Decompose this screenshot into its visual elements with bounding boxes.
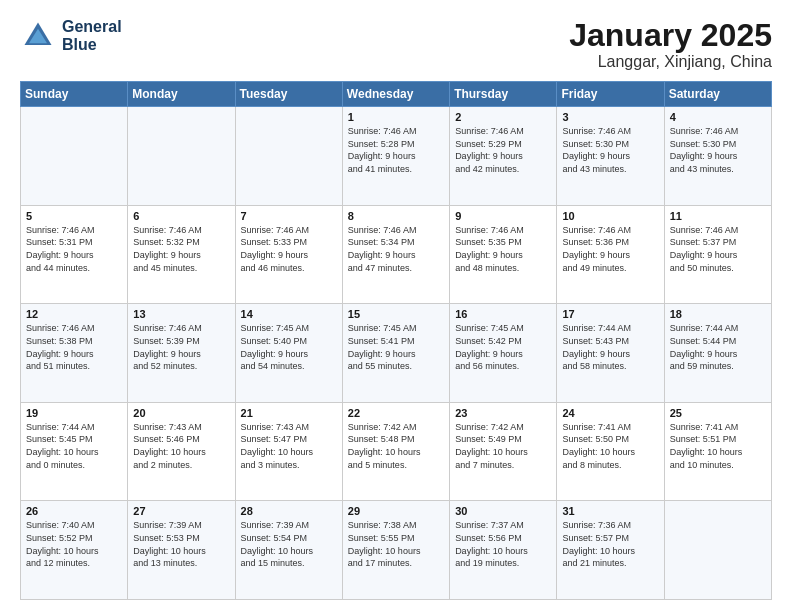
day-number: 20 [133, 407, 229, 419]
day-info: Sunrise: 7:45 AM Sunset: 5:41 PM Dayligh… [348, 322, 444, 372]
day-number: 17 [562, 308, 658, 320]
day-number: 15 [348, 308, 444, 320]
day-info: Sunrise: 7:38 AM Sunset: 5:55 PM Dayligh… [348, 519, 444, 569]
calendar-week-5: 26Sunrise: 7:40 AM Sunset: 5:52 PM Dayli… [21, 501, 772, 600]
calendar-cell: 21Sunrise: 7:43 AM Sunset: 5:47 PM Dayli… [235, 402, 342, 501]
day-info: Sunrise: 7:46 AM Sunset: 5:34 PM Dayligh… [348, 224, 444, 274]
header: General Blue January 2025 Langgar, Xinji… [20, 18, 772, 71]
day-info: Sunrise: 7:43 AM Sunset: 5:47 PM Dayligh… [241, 421, 337, 471]
day-info: Sunrise: 7:45 AM Sunset: 5:40 PM Dayligh… [241, 322, 337, 372]
calendar-cell: 15Sunrise: 7:45 AM Sunset: 5:41 PM Dayli… [342, 304, 449, 403]
calendar-cell: 29Sunrise: 7:38 AM Sunset: 5:55 PM Dayli… [342, 501, 449, 600]
day-number: 7 [241, 210, 337, 222]
calendar-cell [128, 107, 235, 206]
calendar-cell: 27Sunrise: 7:39 AM Sunset: 5:53 PM Dayli… [128, 501, 235, 600]
calendar-cell: 16Sunrise: 7:45 AM Sunset: 5:42 PM Dayli… [450, 304, 557, 403]
day-info: Sunrise: 7:46 AM Sunset: 5:32 PM Dayligh… [133, 224, 229, 274]
day-info: Sunrise: 7:42 AM Sunset: 5:48 PM Dayligh… [348, 421, 444, 471]
day-info: Sunrise: 7:39 AM Sunset: 5:54 PM Dayligh… [241, 519, 337, 569]
day-info: Sunrise: 7:44 AM Sunset: 5:45 PM Dayligh… [26, 421, 122, 471]
calendar-cell: 6Sunrise: 7:46 AM Sunset: 5:32 PM Daylig… [128, 205, 235, 304]
day-number: 19 [26, 407, 122, 419]
page: General Blue January 2025 Langgar, Xinji… [0, 0, 792, 612]
weekday-header-tuesday: Tuesday [235, 82, 342, 107]
day-number: 4 [670, 111, 766, 123]
calendar-cell: 31Sunrise: 7:36 AM Sunset: 5:57 PM Dayli… [557, 501, 664, 600]
day-number: 14 [241, 308, 337, 320]
day-number: 13 [133, 308, 229, 320]
calendar-cell: 20Sunrise: 7:43 AM Sunset: 5:46 PM Dayli… [128, 402, 235, 501]
day-info: Sunrise: 7:44 AM Sunset: 5:44 PM Dayligh… [670, 322, 766, 372]
calendar-title: January 2025 [569, 18, 772, 53]
weekday-header-wednesday: Wednesday [342, 82, 449, 107]
day-info: Sunrise: 7:46 AM Sunset: 5:31 PM Dayligh… [26, 224, 122, 274]
calendar-table: SundayMondayTuesdayWednesdayThursdayFrid… [20, 81, 772, 600]
title-block: January 2025 Langgar, Xinjiang, China [569, 18, 772, 71]
day-info: Sunrise: 7:40 AM Sunset: 5:52 PM Dayligh… [26, 519, 122, 569]
weekday-header-friday: Friday [557, 82, 664, 107]
calendar-cell [664, 501, 771, 600]
day-info: Sunrise: 7:43 AM Sunset: 5:46 PM Dayligh… [133, 421, 229, 471]
day-number: 21 [241, 407, 337, 419]
calendar-body: 1Sunrise: 7:46 AM Sunset: 5:28 PM Daylig… [21, 107, 772, 600]
day-number: 18 [670, 308, 766, 320]
day-info: Sunrise: 7:39 AM Sunset: 5:53 PM Dayligh… [133, 519, 229, 569]
calendar-cell: 3Sunrise: 7:46 AM Sunset: 5:30 PM Daylig… [557, 107, 664, 206]
calendar-week-4: 19Sunrise: 7:44 AM Sunset: 5:45 PM Dayli… [21, 402, 772, 501]
calendar-cell: 28Sunrise: 7:39 AM Sunset: 5:54 PM Dayli… [235, 501, 342, 600]
day-info: Sunrise: 7:46 AM Sunset: 5:30 PM Dayligh… [562, 125, 658, 175]
logo: General Blue [20, 18, 122, 54]
day-info: Sunrise: 7:46 AM Sunset: 5:33 PM Dayligh… [241, 224, 337, 274]
calendar-cell: 24Sunrise: 7:41 AM Sunset: 5:50 PM Dayli… [557, 402, 664, 501]
day-number: 11 [670, 210, 766, 222]
calendar-week-1: 1Sunrise: 7:46 AM Sunset: 5:28 PM Daylig… [21, 107, 772, 206]
day-info: Sunrise: 7:46 AM Sunset: 5:35 PM Dayligh… [455, 224, 551, 274]
day-number: 30 [455, 505, 551, 517]
calendar-cell: 18Sunrise: 7:44 AM Sunset: 5:44 PM Dayli… [664, 304, 771, 403]
weekday-header-thursday: Thursday [450, 82, 557, 107]
day-number: 23 [455, 407, 551, 419]
calendar-cell: 30Sunrise: 7:37 AM Sunset: 5:56 PM Dayli… [450, 501, 557, 600]
day-number: 5 [26, 210, 122, 222]
day-number: 24 [562, 407, 658, 419]
day-info: Sunrise: 7:46 AM Sunset: 5:38 PM Dayligh… [26, 322, 122, 372]
day-number: 3 [562, 111, 658, 123]
day-number: 12 [26, 308, 122, 320]
calendar-cell: 1Sunrise: 7:46 AM Sunset: 5:28 PM Daylig… [342, 107, 449, 206]
day-number: 26 [26, 505, 122, 517]
day-number: 28 [241, 505, 337, 517]
day-number: 31 [562, 505, 658, 517]
calendar-cell: 22Sunrise: 7:42 AM Sunset: 5:48 PM Dayli… [342, 402, 449, 501]
calendar-cell: 7Sunrise: 7:46 AM Sunset: 5:33 PM Daylig… [235, 205, 342, 304]
day-number: 8 [348, 210, 444, 222]
calendar-cell: 25Sunrise: 7:41 AM Sunset: 5:51 PM Dayli… [664, 402, 771, 501]
day-info: Sunrise: 7:46 AM Sunset: 5:29 PM Dayligh… [455, 125, 551, 175]
calendar-cell: 26Sunrise: 7:40 AM Sunset: 5:52 PM Dayli… [21, 501, 128, 600]
weekday-header-saturday: Saturday [664, 82, 771, 107]
calendar-week-2: 5Sunrise: 7:46 AM Sunset: 5:31 PM Daylig… [21, 205, 772, 304]
day-number: 22 [348, 407, 444, 419]
calendar-cell: 4Sunrise: 7:46 AM Sunset: 5:30 PM Daylig… [664, 107, 771, 206]
calendar-cell [235, 107, 342, 206]
day-info: Sunrise: 7:36 AM Sunset: 5:57 PM Dayligh… [562, 519, 658, 569]
calendar-cell: 13Sunrise: 7:46 AM Sunset: 5:39 PM Dayli… [128, 304, 235, 403]
logo-line1: General [62, 18, 122, 36]
day-info: Sunrise: 7:41 AM Sunset: 5:50 PM Dayligh… [562, 421, 658, 471]
day-info: Sunrise: 7:46 AM Sunset: 5:30 PM Dayligh… [670, 125, 766, 175]
day-number: 6 [133, 210, 229, 222]
calendar-cell: 5Sunrise: 7:46 AM Sunset: 5:31 PM Daylig… [21, 205, 128, 304]
calendar-cell: 23Sunrise: 7:42 AM Sunset: 5:49 PM Dayli… [450, 402, 557, 501]
calendar-subtitle: Langgar, Xinjiang, China [569, 53, 772, 71]
day-number: 1 [348, 111, 444, 123]
calendar-cell: 2Sunrise: 7:46 AM Sunset: 5:29 PM Daylig… [450, 107, 557, 206]
day-number: 27 [133, 505, 229, 517]
logo-icon [20, 18, 56, 54]
day-info: Sunrise: 7:46 AM Sunset: 5:36 PM Dayligh… [562, 224, 658, 274]
calendar-cell: 9Sunrise: 7:46 AM Sunset: 5:35 PM Daylig… [450, 205, 557, 304]
calendar-cell: 17Sunrise: 7:44 AM Sunset: 5:43 PM Dayli… [557, 304, 664, 403]
calendar-cell: 8Sunrise: 7:46 AM Sunset: 5:34 PM Daylig… [342, 205, 449, 304]
day-info: Sunrise: 7:44 AM Sunset: 5:43 PM Dayligh… [562, 322, 658, 372]
logo-line2: Blue [62, 36, 122, 54]
weekday-header-sunday: Sunday [21, 82, 128, 107]
day-info: Sunrise: 7:46 AM Sunset: 5:39 PM Dayligh… [133, 322, 229, 372]
